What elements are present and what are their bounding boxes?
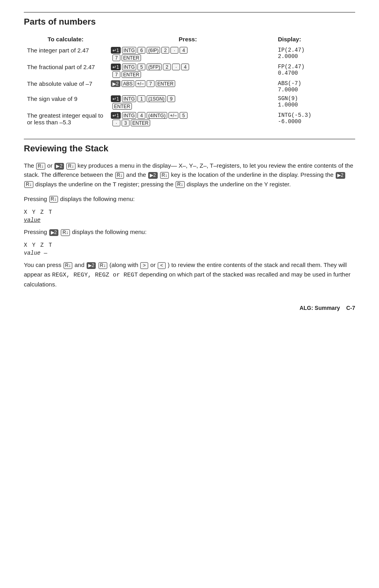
key-4: 4: [180, 47, 188, 54]
key-enter: ENTER: [131, 120, 150, 126]
display-val: SGN(9)1.0000: [269, 94, 355, 111]
key-4: 4: [181, 64, 189, 70]
col-header-calc: To calculate:: [24, 34, 107, 46]
key-4: 4: [137, 112, 145, 119]
key-rt-inline: R↓: [36, 163, 45, 170]
key-rt-inline2: R↓: [66, 163, 75, 170]
key-6ip: (6IP): [147, 47, 160, 54]
key-7: 7: [112, 54, 120, 61]
table-row: The fractional part of 2.47 ↵1 INTG 5 (5…: [24, 62, 355, 79]
key-dot: ·: [112, 120, 120, 126]
key-rt-inline5: R↓: [24, 181, 33, 188]
key-intg: INTG: [122, 64, 137, 70]
parts-title: Parts of numbers: [24, 17, 355, 27]
press-keys: ▶2 ABS +/− 7 ENTER: [107, 79, 269, 94]
key-dot: ·: [172, 64, 180, 70]
key-abs: ABS: [122, 80, 134, 87]
key-1sgn: (1SGN): [147, 95, 166, 102]
calc-label: The fractional part of 2.47: [24, 62, 107, 79]
display-val: ABS(-7)7.0000: [269, 79, 355, 94]
alg-label: ALG: Summary: [300, 305, 340, 311]
stack-title: Reviewing the Stack: [24, 143, 355, 154]
key-7: 7: [147, 80, 155, 87]
display-val: IP(2.47)2.0000: [269, 46, 355, 62]
display-val: INTG(-5.3)-6.0000: [269, 111, 355, 128]
key-dot: ·: [170, 47, 178, 54]
table-row: The greatest integer equal toor less tha…: [24, 111, 355, 128]
press-keys: ↵1 INTG 4 (4INTG) +/− 5 · 3 ENTER: [107, 111, 269, 128]
key-rt-para4b: R↓: [99, 262, 108, 269]
key-rt-inline3: R↓: [115, 172, 124, 179]
key-pm: +/−: [168, 112, 178, 119]
key-left-para4: <: [158, 262, 166, 269]
col-header-press: Press:: [107, 34, 269, 46]
key-5: 5: [137, 64, 145, 70]
key-rt-inline4: R↓: [160, 172, 169, 179]
stack-para2: Pressing R↓ displays the following menu:: [24, 194, 355, 203]
key-intg: INTG: [122, 47, 137, 54]
key-enter: ENTER: [156, 80, 175, 87]
key-enter: ENTER: [122, 71, 141, 78]
key-pm: +/−: [135, 80, 145, 87]
key-rt-para2: R↓: [49, 196, 58, 203]
key-51: ↵1: [111, 95, 121, 102]
key-rt-para4a: R↓: [64, 262, 73, 269]
key-shift-inline2: ▶2: [148, 172, 158, 179]
value-line1: value: [24, 217, 355, 223]
calc-label: The sign value of 9: [24, 94, 107, 111]
key-51: ↵1: [111, 112, 121, 119]
key-2: 2: [161, 47, 169, 54]
key-intg: INTG: [122, 95, 137, 102]
key-5: 5: [180, 112, 188, 119]
page-reference: ALG: Summary C-7: [24, 305, 355, 311]
key-right-para4: >: [140, 262, 148, 269]
value-line2: value —: [24, 250, 355, 256]
key-51: ↵1: [111, 64, 121, 70]
stack-para1: The R↓ or ▶2 R↓ key produces a menu in t…: [24, 161, 355, 189]
key-shift-para4: ▶2: [87, 262, 96, 269]
press-keys: ↵1 INTG 1 (1SGN) 9 ENTER: [107, 94, 269, 111]
key-5fp: (5FP): [147, 64, 162, 70]
col-header-display: Display:: [269, 34, 355, 46]
value2-text: value: [24, 250, 41, 256]
press-keys: ↵1 INTG 5 (5FP) 2 · 4 7 ENTER: [107, 62, 269, 79]
key-enter: ENTER: [122, 54, 141, 61]
table-row: The integer part of 2.47 ↵1 INTG 6 (6IP)…: [24, 46, 355, 62]
calc-table: To calculate: Press: Display: The intege…: [24, 34, 355, 128]
key-4intg: (4INTG): [147, 112, 167, 119]
key-6: 6: [137, 47, 145, 54]
key-shift-para3: ▶2: [49, 229, 59, 236]
stack-section: Reviewing the Stack The R↓ or ▶2 R↓ key …: [24, 139, 355, 289]
calc-label: The greatest integer equal toor less tha…: [24, 111, 107, 128]
calc-label: The integer part of 2.47: [24, 46, 107, 62]
page-number: C-7: [346, 305, 355, 311]
stack-para3: Pressing ▶2 R↓ displays the following me…: [24, 227, 355, 236]
key-9: 9: [167, 95, 175, 102]
key-shift-inline3: ▶2: [336, 172, 345, 179]
table-row: The sign value of 9 ↵1 INTG 1 (1SGN) 9 E…: [24, 94, 355, 111]
key-7: 7: [112, 71, 120, 78]
table-row: The absolute value of –7 ▶2 ABS +/− 7 EN…: [24, 79, 355, 94]
calc-label: The absolute value of –7: [24, 79, 107, 94]
reg-names: REGX, REGY, REGZ or REGT: [52, 272, 138, 279]
display-val: FP(2.47)0.4700: [269, 62, 355, 79]
key-rt-para3: R↓: [61, 229, 70, 236]
key-shift-inline: ▶2: [54, 163, 64, 170]
xyzt-line1: X Y Z T: [24, 209, 355, 215]
key-rt-inline6: R↓: [176, 181, 185, 188]
key-2: 2: [163, 64, 171, 70]
key-intg: INTG: [122, 112, 137, 119]
key-shift: ▶2: [111, 80, 120, 87]
key-51: ↵1: [111, 47, 121, 54]
key-1: 1: [137, 95, 145, 102]
stack-para4: You can press R↓ and ▶2 R↓ (along with >…: [24, 260, 355, 289]
key-3: 3: [122, 120, 130, 126]
key-enter: ENTER: [112, 103, 132, 110]
parts-section: Parts of numbers To calculate: Press: Di…: [24, 12, 355, 128]
value-underline: value: [24, 217, 41, 223]
press-keys: ↵1 INTG 6 (6IP) 2 · 4 7 ENTER: [107, 46, 269, 62]
xyzt-line2: X Y Z T: [24, 242, 355, 248]
